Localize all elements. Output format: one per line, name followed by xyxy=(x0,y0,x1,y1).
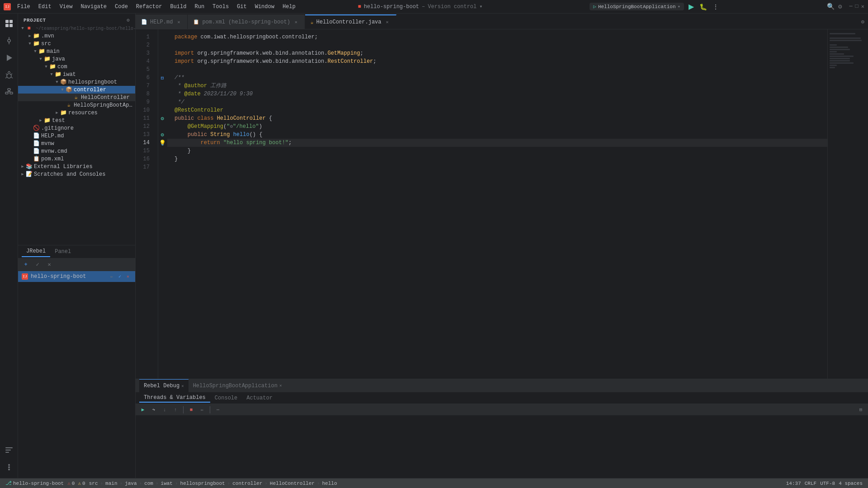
code-line-7[interactable]: * @author 工作路 xyxy=(167,82,827,90)
btm-resume-btn[interactable]: ▶ xyxy=(138,405,147,414)
subtab-threads[interactable]: Threads & Variables xyxy=(139,394,210,403)
code-line-10[interactable]: @RestController xyxy=(167,106,827,114)
status-encoding[interactable]: UTF-8 xyxy=(818,481,837,486)
tab-close-hc[interactable]: ✕ xyxy=(384,19,391,25)
tree-item-java[interactable]: ▼ 📁 java xyxy=(18,55,135,63)
jrebel-add-btn[interactable]: + xyxy=(21,260,31,270)
debug-button[interactable]: 🐛 xyxy=(698,2,708,11)
tree-item-root[interactable]: ▼ ■ hello-spring-boot ~/teamspring/hello… xyxy=(18,25,135,32)
bottom-tab-hello-app[interactable]: HelloSpringBootApplication ✕ xyxy=(189,379,287,393)
activity-commits[interactable] xyxy=(1,33,17,49)
tree-item-pomxml[interactable]: ▶ 📋 pom.xml xyxy=(18,155,135,163)
tree-item-src[interactable]: ▼ 📁 src xyxy=(18,40,135,47)
menu-help[interactable]: Help xyxy=(279,3,299,11)
tree-item-ext-libs[interactable]: ▶ 📚 External Libraries xyxy=(18,163,135,170)
jrebel-edit-btn[interactable]: ✏ xyxy=(108,273,115,280)
tab-pom-xml[interactable]: 📋 pom.xml (hello-spring-boot) ✕ xyxy=(188,14,305,29)
code-line-6[interactable]: /** xyxy=(167,74,827,82)
activity-run[interactable] xyxy=(1,50,17,66)
settings-button[interactable]: ⚙ xyxy=(838,3,842,10)
btm-more-btn[interactable]: ⋯ xyxy=(213,405,222,414)
run-button[interactable]: ▶ xyxy=(688,1,695,12)
code-line-9[interactable]: */ xyxy=(167,98,827,106)
btm-step-out-btn[interactable]: ↑ xyxy=(171,405,180,414)
tab-more-button[interactable]: ⚙ xyxy=(858,14,868,29)
menu-code[interactable]: Code xyxy=(111,3,132,11)
menu-refactor[interactable]: Refactor xyxy=(132,3,166,11)
close-button[interactable]: ✕ xyxy=(861,3,864,10)
tree-item-mvn[interactable]: ▶ 📁 .mvn xyxy=(18,32,135,40)
jrebel-close-btn[interactable]: ✕ xyxy=(44,260,54,270)
code-line-1[interactable]: package com.iwat.hellospringboot.control… xyxy=(167,33,827,41)
hello-app-close[interactable]: ✕ xyxy=(279,383,282,388)
menu-navigate[interactable]: Navigate xyxy=(77,3,110,11)
subtab-actuator[interactable]: Actuator xyxy=(242,394,277,402)
gutter-icon-11[interactable]: ⚙ xyxy=(158,114,166,122)
jrebel-check-action-btn[interactable]: ✓ xyxy=(116,273,123,280)
activity-project[interactable] xyxy=(1,15,17,32)
btm-step-over-btn[interactable]: ↷ xyxy=(149,405,158,414)
tree-item-mvnw[interactable]: ▶ 📄 mvnw xyxy=(18,140,135,147)
menu-build[interactable]: Build xyxy=(166,3,190,11)
tree-item-hellospringboot[interactable]: ▼ 📦 hellospringboot xyxy=(18,78,135,86)
more-run-button[interactable]: ⋮ xyxy=(712,2,720,11)
menu-edit[interactable]: Edit xyxy=(35,3,55,11)
sidebar-settings-icon[interactable]: ⚙ xyxy=(127,17,130,23)
activity-gradle[interactable] xyxy=(1,459,17,475)
gutter-icon-13[interactable]: ⚙ xyxy=(158,131,166,139)
tree-item-test[interactable]: ▶ 📁 test xyxy=(18,117,135,124)
menu-run[interactable]: Run xyxy=(191,3,208,11)
menu-git[interactable]: Git xyxy=(233,3,250,11)
jrebel-tab[interactable]: JRebel xyxy=(22,246,50,257)
btm-layout-btn[interactable]: ⊞ xyxy=(856,405,865,414)
status-line-sep[interactable]: CRLF xyxy=(803,481,818,486)
tree-item-helpmd[interactable]: ▶ 📄 HELP.md xyxy=(18,132,135,140)
code-area[interactable]: package com.iwat.hellospringboot.control… xyxy=(167,29,827,379)
status-errors[interactable]: ⚠ 0 ⚠ 0 xyxy=(66,480,87,486)
tree-item-main[interactable]: ▼ 📁 main xyxy=(18,47,135,55)
tab-close-pom[interactable]: ✕ xyxy=(293,19,299,25)
tree-item-resources[interactable]: ▶ 📁 resources xyxy=(18,109,135,117)
tree-item-hellocontroller[interactable]: ▶ ☕ HelloController xyxy=(18,94,135,101)
code-line-5[interactable] xyxy=(167,66,827,74)
menu-view[interactable]: View xyxy=(56,3,76,11)
status-position[interactable]: 14:37 xyxy=(784,481,803,486)
tree-item-mvnwcmd[interactable]: ▶ 📄 mvnw.cmd xyxy=(18,147,135,155)
btm-step-into-btn[interactable]: ↓ xyxy=(160,405,169,414)
subtab-console[interactable]: Console xyxy=(210,394,242,402)
tree-item-controller[interactable]: ▼ 📦 controller xyxy=(18,86,135,94)
jrebel-remove-btn[interactable]: ✕ xyxy=(124,273,132,280)
status-indent[interactable]: 4 spaces xyxy=(837,481,864,486)
code-line-2[interactable] xyxy=(167,41,827,49)
version-control[interactable]: Version control xyxy=(428,4,476,10)
code-line-17[interactable] xyxy=(167,163,827,171)
maximize-button[interactable]: □ xyxy=(855,3,859,10)
code-line-4[interactable]: import org.springframework.web.bind.anno… xyxy=(167,57,827,66)
tree-item-com[interactable]: ▼ 📁 com xyxy=(18,63,135,70)
search-button[interactable]: 🔍 xyxy=(827,3,835,10)
run-config-selector[interactable]: ▷ HelloSpringBootApplication ▾ xyxy=(590,3,684,10)
code-line-14[interactable]: return "hello spring boot!"; xyxy=(167,139,827,147)
tab-close-help[interactable]: ✕ xyxy=(175,19,182,25)
code-line-3[interactable]: import org.springframework.web.bind.anno… xyxy=(167,49,827,57)
btm-stop-btn[interactable]: ■ xyxy=(187,405,196,414)
panel-tab[interactable]: Panel xyxy=(50,247,75,257)
btm-edit-btn[interactable]: ✏ xyxy=(198,405,207,414)
activity-structure[interactable] xyxy=(1,84,17,100)
code-line-8[interactable]: * @date 2023/11/20 9:30 xyxy=(167,90,827,98)
code-line-16[interactable]: } xyxy=(167,155,827,163)
code-line-15[interactable]: } xyxy=(167,147,827,155)
jrebel-check-btn[interactable]: ✓ xyxy=(33,260,42,270)
activity-debug[interactable] xyxy=(1,67,17,83)
activity-maven[interactable] xyxy=(1,442,17,458)
menu-file[interactable]: File xyxy=(14,3,34,11)
menu-window[interactable]: Window xyxy=(251,3,278,11)
menu-tools[interactable]: Tools xyxy=(209,3,232,11)
tab-hello-controller[interactable]: ☕ HelloController.java ✕ xyxy=(305,14,396,29)
tree-item-scratches[interactable]: ▶ 📝 Scratches and Consoles xyxy=(18,170,135,178)
tab-help-md[interactable]: 📄 HELP.md ✕ xyxy=(136,14,188,29)
jrebel-project-row[interactable]: IJ hello-spring-boot ✏ ✓ ✕ xyxy=(18,271,135,282)
code-line-13[interactable]: public String hello() { xyxy=(167,131,827,139)
tree-item-gitignore[interactable]: ▶ 🚫 .gitignore xyxy=(18,124,135,132)
bottom-tab-rebel-debug[interactable]: Rebel Debug ✕ xyxy=(139,379,189,393)
